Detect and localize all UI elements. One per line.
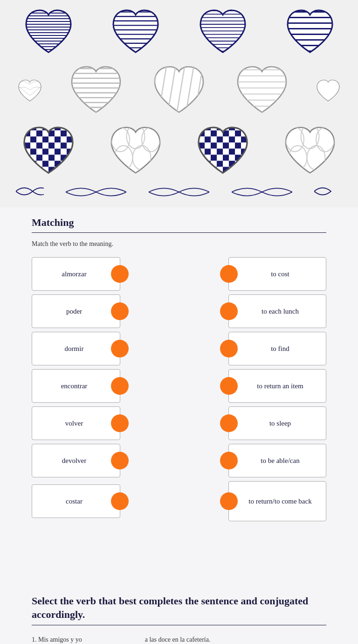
right-dot-3[interactable] [220, 340, 238, 357]
svg-rect-102 [18, 143, 24, 149]
svg-rect-244 [235, 167, 241, 173]
svg-rect-96 [42, 137, 48, 143]
svg-rect-132 [18, 161, 24, 167]
svg-rect-85 [36, 131, 42, 137]
svg-rect-121 [73, 149, 79, 155]
svg-rect-155 [36, 173, 42, 179]
svg-rect-216 [247, 149, 253, 155]
left-dot-3[interactable] [111, 340, 129, 357]
svg-rect-128 [55, 155, 61, 161]
svg-rect-175 [241, 125, 247, 131]
svg-rect-125 [36, 155, 42, 161]
right-dot-7[interactable] [220, 492, 238, 510]
right-item-5[interactable]: to sleep [228, 406, 326, 440]
svg-rect-105 [36, 143, 42, 149]
left-item-3[interactable]: dormir [32, 332, 120, 365]
left-dot-7[interactable] [111, 492, 129, 510]
svg-rect-236 [247, 161, 253, 167]
svg-rect-142 [18, 167, 24, 173]
right-item-2[interactable]: to each lunch [228, 294, 326, 328]
left-dot-4[interactable] [111, 377, 129, 395]
left-label-7: costar [66, 497, 83, 505]
svg-rect-118 [55, 149, 61, 155]
svg-rect-97 [48, 137, 55, 143]
wing-right [314, 183, 342, 202]
fill-title: Select the verb that best completes the … [32, 595, 326, 621]
svg-rect-177 [193, 131, 199, 137]
svg-rect-81 [73, 125, 79, 131]
svg-rect-191 [217, 137, 223, 143]
fill-divider [32, 625, 326, 625]
svg-rect-122 [18, 155, 24, 161]
right-item-7[interactable]: to return/to come back [228, 481, 326, 521]
left-item-6[interactable]: devolver [32, 444, 120, 477]
svg-rect-72 [18, 125, 24, 131]
left-dot-1[interactable] [111, 265, 129, 283]
svg-rect-193 [229, 137, 235, 143]
right-label-3: to find [229, 345, 326, 353]
right-dot-2[interactable] [220, 302, 238, 320]
left-dot-5[interactable] [111, 414, 129, 432]
svg-rect-111 [73, 143, 79, 149]
svg-rect-231 [217, 161, 223, 167]
right-dot-6[interactable] [220, 452, 238, 469]
svg-rect-140 [67, 161, 73, 167]
svg-rect-245 [241, 167, 247, 173]
svg-rect-192 [223, 137, 229, 143]
svg-rect-248 [199, 173, 205, 179]
svg-rect-190 [211, 137, 217, 143]
right-label-5: to sleep [229, 420, 326, 427]
right-dot-1[interactable] [220, 265, 238, 283]
svg-rect-217 [193, 155, 199, 161]
svg-rect-200 [211, 143, 217, 149]
svg-rect-119 [61, 149, 67, 155]
wing-left [16, 183, 44, 202]
svg-rect-251 [217, 173, 223, 179]
svg-rect-82 [18, 131, 24, 137]
left-label-4: encontrar [61, 382, 88, 390]
fill-number-1: 1. Mis amigos y yo [32, 636, 82, 643]
svg-rect-189 [205, 137, 211, 143]
right-dot-5[interactable] [220, 414, 238, 432]
svg-rect-84 [30, 131, 36, 137]
svg-rect-220 [211, 155, 217, 161]
match-pair-5: volver to sleep [32, 406, 326, 440]
right-dot-4[interactable] [220, 377, 238, 395]
svg-rect-151 [73, 167, 79, 173]
left-item-5[interactable]: volver [32, 406, 120, 440]
left-item-1[interactable]: almorzar [32, 257, 120, 291]
heart-2 [108, 7, 164, 58]
fill-blank-1[interactable] [85, 637, 141, 644]
svg-rect-80 [67, 125, 73, 131]
right-item-6[interactable]: to be able/can [228, 444, 326, 477]
match-pair-2: poder to each lunch [32, 294, 326, 328]
left-label-6: devolver [62, 457, 86, 465]
svg-rect-133 [24, 161, 30, 167]
svg-rect-160 [67, 173, 73, 179]
svg-rect-116 [42, 149, 48, 155]
wing-center [149, 183, 209, 202]
matching-grid: almorzar to cost poder to each lunch [32, 257, 326, 521]
svg-rect-149 [61, 167, 67, 173]
right-item-4[interactable]: to return an item [228, 369, 326, 403]
left-dot-6[interactable] [111, 452, 129, 469]
svg-rect-204 [235, 143, 241, 149]
left-item-7[interactable]: costar [32, 484, 120, 518]
svg-rect-91 [73, 131, 79, 137]
left-label-5: volver [65, 420, 83, 427]
left-item-4[interactable]: encontrar [32, 369, 120, 403]
svg-rect-114 [30, 149, 36, 155]
svg-rect-136 [42, 161, 48, 167]
svg-rect-127 [48, 155, 55, 161]
svg-rect-109 [61, 143, 67, 149]
right-item-3[interactable]: to find [228, 332, 326, 365]
left-dot-2[interactable] [111, 302, 129, 320]
left-item-2[interactable]: poder [32, 294, 120, 328]
right-item-1[interactable]: to cost [228, 257, 326, 291]
svg-rect-99 [61, 137, 67, 143]
svg-rect-179 [205, 131, 211, 137]
svg-rect-256 [247, 173, 253, 179]
heart-row-1 [0, 5, 358, 61]
svg-rect-180 [211, 131, 217, 137]
svg-rect-94 [30, 137, 36, 143]
